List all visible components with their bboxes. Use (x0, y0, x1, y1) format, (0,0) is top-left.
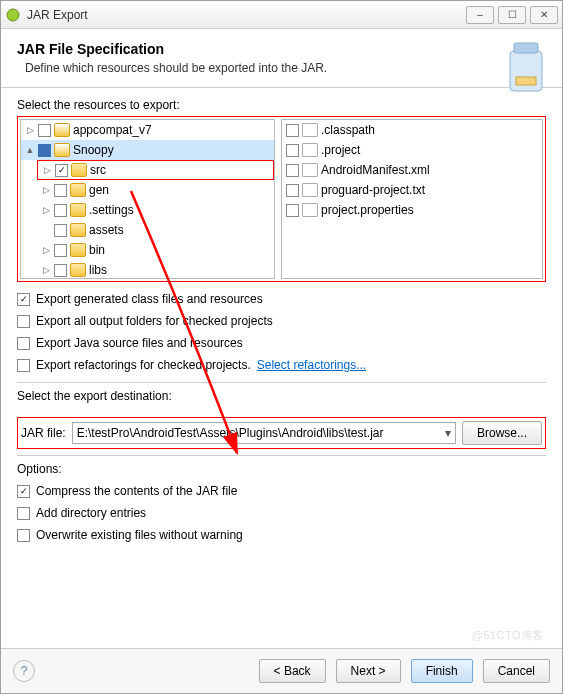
file-icon (302, 203, 318, 217)
tree-label: libs (89, 263, 107, 277)
file-label: AndroidManifest.xml (321, 163, 430, 177)
folder-icon (70, 263, 86, 277)
tree-item[interactable]: ▷libs (37, 260, 274, 279)
tree-label: gen (89, 183, 109, 197)
expander-icon[interactable]: ▷ (41, 265, 51, 275)
window-title: JAR Export (27, 8, 466, 22)
jar-file-label: JAR file: (21, 426, 66, 440)
folder-icon (71, 163, 87, 177)
file-label: project.properties (321, 203, 414, 217)
checkbox-icon[interactable] (38, 144, 51, 157)
expander-icon[interactable]: ▷ (25, 125, 35, 135)
checkbox-icon[interactable] (54, 224, 67, 237)
maximize-button[interactable]: ☐ (498, 6, 526, 24)
titlebar: JAR Export – ☐ ✕ (1, 1, 562, 29)
next-button[interactable]: Next > (336, 659, 401, 683)
checkbox-icon[interactable] (54, 204, 67, 217)
checkbox-icon[interactable] (17, 293, 30, 306)
jar-icon (502, 37, 550, 97)
check-compress[interactable]: Compress the contents of the JAR file (17, 480, 546, 502)
checkbox-icon[interactable] (286, 144, 299, 157)
jar-export-window: JAR Export – ☐ ✕ JAR File Specification … (0, 0, 563, 694)
file-item[interactable]: .project (282, 140, 542, 160)
file-item[interactable]: AndroidManifest.xml (282, 160, 542, 180)
folder-icon (54, 123, 70, 137)
expander-icon[interactable]: ▷ (41, 205, 51, 215)
svg-rect-2 (514, 43, 538, 53)
file-item[interactable]: project.properties (282, 200, 542, 220)
file-label: proguard-project.txt (321, 183, 425, 197)
checkbox-icon[interactable] (54, 184, 67, 197)
check-export-source[interactable]: Export Java source files and resources (17, 332, 546, 354)
resources-label: Select the resources to export: (17, 98, 546, 112)
checkbox-icon[interactable] (286, 184, 299, 197)
checkbox-icon[interactable] (17, 315, 30, 328)
tree-item[interactable]: ▷appcompat_v7 (21, 120, 274, 140)
checkbox-icon[interactable] (17, 359, 30, 372)
folder-icon (70, 243, 86, 257)
svg-rect-3 (516, 77, 536, 85)
folder-icon (70, 183, 86, 197)
options-label: Options: (17, 462, 546, 476)
jar-file-input[interactable]: E:\testPro\AndroidTest\Assets\Plugins\An… (72, 422, 456, 444)
project-tree[interactable]: ▷appcompat_v7▲Snoopy▷src▷gen▷.settingsas… (20, 119, 275, 279)
file-icon (302, 143, 318, 157)
file-icon (302, 163, 318, 177)
checkbox-icon[interactable] (17, 529, 30, 542)
browse-button[interactable]: Browse... (462, 421, 542, 445)
expander-icon[interactable]: ▷ (41, 185, 51, 195)
tree-label: assets (89, 223, 124, 237)
finish-button[interactable]: Finish (411, 659, 473, 683)
checkbox-icon[interactable] (54, 244, 67, 257)
tree-label: bin (89, 243, 105, 257)
back-button[interactable]: < Back (259, 659, 326, 683)
tree-label: appcompat_v7 (73, 123, 152, 137)
tree-item[interactable]: assets (37, 220, 274, 240)
checkbox-icon[interactable] (54, 264, 67, 277)
expander-icon[interactable]: ▷ (42, 165, 52, 175)
tree-label: src (90, 163, 106, 177)
tree-item[interactable]: ▷.settings (37, 200, 274, 220)
tree-label: Snoopy (73, 143, 114, 157)
check-add-dir[interactable]: Add directory entries (17, 502, 546, 524)
select-refactorings-link[interactable]: Select refactorings... (257, 358, 366, 372)
folder-icon (70, 223, 86, 237)
banner-sub: Define which resources should be exporte… (25, 61, 327, 75)
banner-heading: JAR File Specification (17, 41, 327, 57)
file-item[interactable]: proguard-project.txt (282, 180, 542, 200)
file-icon (302, 183, 318, 197)
jar-file-row: JAR file: E:\testPro\AndroidTest\Assets\… (17, 417, 546, 449)
tree-item[interactable]: ▲Snoopy (21, 140, 274, 160)
folder-icon (70, 203, 86, 217)
file-list[interactable]: .classpath.projectAndroidManifest.xmlpro… (281, 119, 543, 279)
tree-item[interactable]: ▷src (37, 160, 274, 180)
dest-label: Select the export destination: (17, 389, 546, 403)
check-export-refactor[interactable]: Export refactorings for checked projects… (17, 354, 546, 376)
svg-point-0 (7, 9, 19, 21)
file-item[interactable]: .classpath (282, 120, 542, 140)
checkbox-icon[interactable] (17, 337, 30, 350)
check-overwrite[interactable]: Overwrite existing files without warning (17, 524, 546, 546)
checkbox-icon[interactable] (286, 124, 299, 137)
expander-icon[interactable]: ▲ (25, 145, 35, 155)
file-icon (302, 123, 318, 137)
check-export-output[interactable]: Export all output folders for checked pr… (17, 310, 546, 332)
folder-icon (54, 143, 70, 157)
cancel-button[interactable]: Cancel (483, 659, 550, 683)
tree-item[interactable]: ▷gen (37, 180, 274, 200)
help-button[interactable]: ? (13, 660, 35, 682)
checkbox-icon[interactable] (38, 124, 51, 137)
tree-item[interactable]: ▷bin (37, 240, 274, 260)
resource-panes: ▷appcompat_v7▲Snoopy▷src▷gen▷.settingsas… (17, 116, 546, 282)
minimize-button[interactable]: – (466, 6, 494, 24)
check-export-class[interactable]: Export generated class files and resourc… (17, 288, 546, 310)
expander-icon[interactable]: ▷ (41, 245, 51, 255)
app-icon (5, 7, 21, 23)
checkbox-icon[interactable] (286, 164, 299, 177)
file-label: .classpath (321, 123, 375, 137)
close-button[interactable]: ✕ (530, 6, 558, 24)
checkbox-icon[interactable] (55, 164, 68, 177)
checkbox-icon[interactable] (17, 485, 30, 498)
checkbox-icon[interactable] (17, 507, 30, 520)
checkbox-icon[interactable] (286, 204, 299, 217)
